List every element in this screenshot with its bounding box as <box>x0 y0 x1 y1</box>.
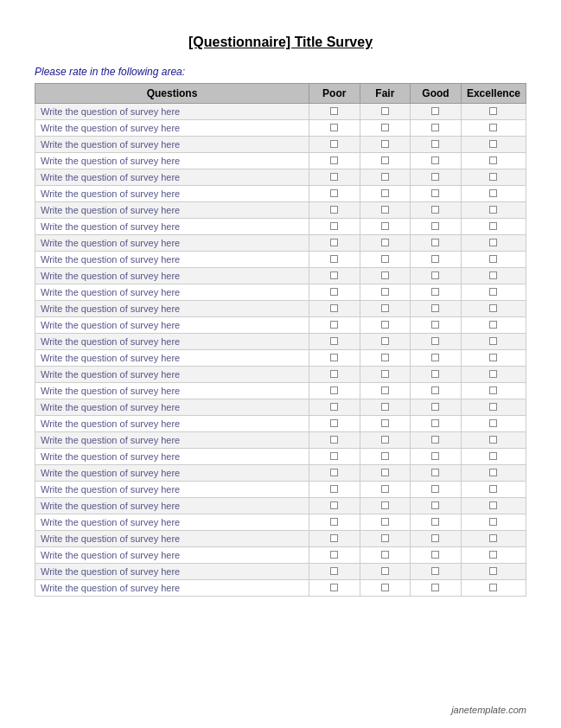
poor-checkbox[interactable] <box>330 584 338 591</box>
good-checkbox[interactable] <box>431 173 439 181</box>
poor-checkbox[interactable] <box>330 419 338 427</box>
poor-cell[interactable] <box>309 580 360 597</box>
poor-cell[interactable] <box>309 186 360 202</box>
excellence-checkbox[interactable] <box>489 337 497 345</box>
poor-checkbox[interactable] <box>330 189 338 197</box>
poor-cell[interactable] <box>309 334 360 350</box>
good-checkbox[interactable] <box>431 271 439 279</box>
excellence-cell[interactable] <box>461 120 526 137</box>
good-checkbox[interactable] <box>431 337 439 345</box>
poor-cell[interactable] <box>309 449 360 465</box>
excellence-cell[interactable] <box>461 514 526 531</box>
excellence-cell[interactable] <box>461 169 526 186</box>
excellence-checkbox[interactable] <box>489 304 497 312</box>
fair-checkbox[interactable] <box>381 222 389 230</box>
poor-checkbox[interactable] <box>330 271 338 279</box>
poor-checkbox[interactable] <box>330 518 338 526</box>
excellence-cell[interactable] <box>461 482 526 498</box>
good-cell[interactable] <box>411 169 462 186</box>
excellence-cell[interactable] <box>461 399 526 416</box>
poor-checkbox[interactable] <box>330 222 338 230</box>
good-checkbox[interactable] <box>431 206 439 214</box>
poor-cell[interactable] <box>309 301 360 317</box>
poor-checkbox[interactable] <box>330 173 338 181</box>
excellence-checkbox[interactable] <box>489 239 497 246</box>
fair-checkbox[interactable] <box>381 288 389 296</box>
poor-cell[interactable] <box>309 137 360 153</box>
fair-checkbox[interactable] <box>381 239 389 246</box>
fair-cell[interactable] <box>360 120 410 137</box>
fair-cell[interactable] <box>360 104 410 120</box>
fair-cell[interactable] <box>360 498 410 514</box>
fair-checkbox[interactable] <box>381 518 389 526</box>
poor-checkbox[interactable] <box>330 124 338 131</box>
poor-checkbox[interactable] <box>330 501 338 509</box>
good-checkbox[interactable] <box>431 107 439 115</box>
excellence-checkbox[interactable] <box>489 452 497 460</box>
excellence-checkbox[interactable] <box>489 206 497 214</box>
good-cell[interactable] <box>411 284 462 301</box>
excellence-cell[interactable] <box>461 449 526 465</box>
fair-cell[interactable] <box>360 268 410 284</box>
good-cell[interactable] <box>411 465 462 482</box>
good-cell[interactable] <box>411 367 462 383</box>
fair-checkbox[interactable] <box>381 304 389 312</box>
fair-cell[interactable] <box>360 432 410 449</box>
poor-checkbox[interactable] <box>330 436 338 444</box>
fair-checkbox[interactable] <box>381 189 389 197</box>
good-cell[interactable] <box>411 317 462 334</box>
good-checkbox[interactable] <box>431 156 439 164</box>
fair-cell[interactable] <box>360 169 410 186</box>
good-cell[interactable] <box>411 564 462 580</box>
excellence-checkbox[interactable] <box>489 436 497 444</box>
poor-checkbox[interactable] <box>330 255 338 263</box>
good-cell[interactable] <box>411 202 462 219</box>
excellence-checkbox[interactable] <box>489 124 497 131</box>
good-cell[interactable] <box>411 399 462 416</box>
excellence-cell[interactable] <box>461 564 526 580</box>
fair-checkbox[interactable] <box>381 501 389 509</box>
fair-checkbox[interactable] <box>381 156 389 164</box>
fair-checkbox[interactable] <box>381 140 389 148</box>
poor-cell[interactable] <box>309 514 360 531</box>
excellence-checkbox[interactable] <box>489 354 497 361</box>
good-checkbox[interactable] <box>431 386 439 394</box>
good-checkbox[interactable] <box>431 567 439 575</box>
good-checkbox[interactable] <box>431 485 439 493</box>
fair-cell[interactable] <box>360 399 410 416</box>
fair-checkbox[interactable] <box>381 469 389 476</box>
good-cell[interactable] <box>411 137 462 153</box>
good-checkbox[interactable] <box>431 534 439 542</box>
good-cell[interactable] <box>411 153 462 169</box>
fair-checkbox[interactable] <box>381 124 389 131</box>
fair-checkbox[interactable] <box>381 107 389 115</box>
fair-checkbox[interactable] <box>381 271 389 279</box>
poor-checkbox[interactable] <box>330 452 338 460</box>
good-cell[interactable] <box>411 432 462 449</box>
good-cell[interactable] <box>411 498 462 514</box>
poor-checkbox[interactable] <box>330 140 338 148</box>
excellence-cell[interactable] <box>461 531 526 547</box>
poor-cell[interactable] <box>309 104 360 120</box>
poor-cell[interactable] <box>309 268 360 284</box>
excellence-checkbox[interactable] <box>489 485 497 493</box>
excellence-checkbox[interactable] <box>489 156 497 164</box>
poor-checkbox[interactable] <box>330 551 338 559</box>
fair-cell[interactable] <box>360 367 410 383</box>
good-checkbox[interactable] <box>431 354 439 361</box>
poor-checkbox[interactable] <box>330 386 338 394</box>
poor-checkbox[interactable] <box>330 304 338 312</box>
poor-checkbox[interactable] <box>330 288 338 296</box>
poor-cell[interactable] <box>309 465 360 482</box>
poor-checkbox[interactable] <box>330 321 338 329</box>
fair-cell[interactable] <box>360 449 410 465</box>
poor-cell[interactable] <box>309 531 360 547</box>
excellence-checkbox[interactable] <box>489 189 497 197</box>
good-checkbox[interactable] <box>431 452 439 460</box>
excellence-checkbox[interactable] <box>489 255 497 263</box>
good-checkbox[interactable] <box>431 419 439 427</box>
excellence-cell[interactable] <box>461 202 526 219</box>
good-cell[interactable] <box>411 580 462 597</box>
good-cell[interactable] <box>411 383 462 399</box>
fair-cell[interactable] <box>360 580 410 597</box>
